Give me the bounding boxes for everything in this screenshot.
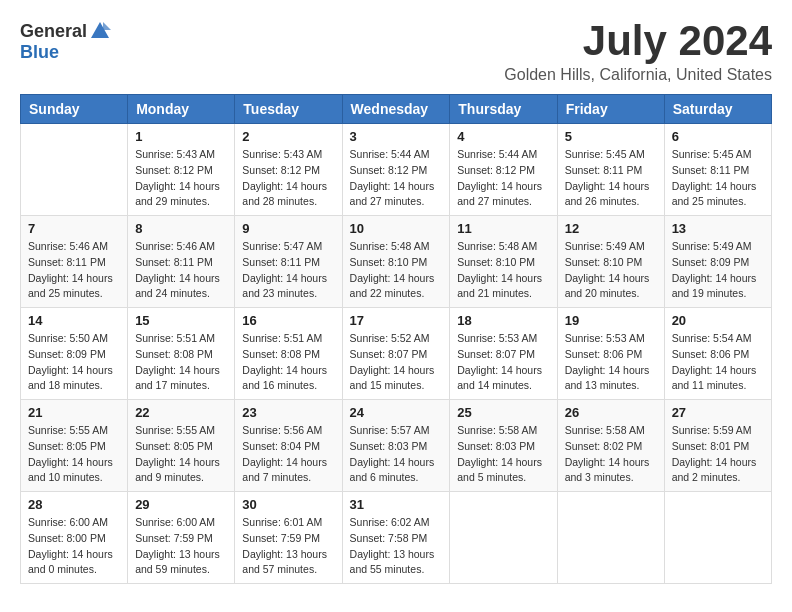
calendar-cell: 7Sunrise: 5:46 AM Sunset: 8:11 PM Daylig… <box>21 216 128 308</box>
column-header-monday: Monday <box>128 95 235 124</box>
calendar-cell: 1Sunrise: 5:43 AM Sunset: 8:12 PM Daylig… <box>128 124 235 216</box>
day-info: Sunrise: 5:52 AM Sunset: 8:07 PM Dayligh… <box>350 331 443 394</box>
day-number: 25 <box>457 405 549 420</box>
day-number: 30 <box>242 497 334 512</box>
day-info: Sunrise: 5:46 AM Sunset: 8:11 PM Dayligh… <box>28 239 120 302</box>
day-info: Sunrise: 5:49 AM Sunset: 8:09 PM Dayligh… <box>672 239 764 302</box>
calendar-week-row: 14Sunrise: 5:50 AM Sunset: 8:09 PM Dayli… <box>21 308 772 400</box>
day-info: Sunrise: 5:44 AM Sunset: 8:12 PM Dayligh… <box>457 147 549 210</box>
day-number: 13 <box>672 221 764 236</box>
day-number: 4 <box>457 129 549 144</box>
day-info: Sunrise: 5:58 AM Sunset: 8:02 PM Dayligh… <box>565 423 657 486</box>
day-number: 2 <box>242 129 334 144</box>
calendar-cell: 27Sunrise: 5:59 AM Sunset: 8:01 PM Dayli… <box>664 400 771 492</box>
calendar-cell: 23Sunrise: 5:56 AM Sunset: 8:04 PM Dayli… <box>235 400 342 492</box>
day-number: 12 <box>565 221 657 236</box>
day-number: 7 <box>28 221 120 236</box>
calendar-cell: 19Sunrise: 5:53 AM Sunset: 8:06 PM Dayli… <box>557 308 664 400</box>
day-info: Sunrise: 5:55 AM Sunset: 8:05 PM Dayligh… <box>135 423 227 486</box>
calendar-cell: 10Sunrise: 5:48 AM Sunset: 8:10 PM Dayli… <box>342 216 450 308</box>
day-number: 11 <box>457 221 549 236</box>
month-title: July 2024 <box>504 20 772 62</box>
day-info: Sunrise: 6:00 AM Sunset: 8:00 PM Dayligh… <box>28 515 120 578</box>
column-header-wednesday: Wednesday <box>342 95 450 124</box>
logo-icon <box>89 20 111 42</box>
day-number: 27 <box>672 405 764 420</box>
calendar-cell: 18Sunrise: 5:53 AM Sunset: 8:07 PM Dayli… <box>450 308 557 400</box>
calendar-cell: 26Sunrise: 5:58 AM Sunset: 8:02 PM Dayli… <box>557 400 664 492</box>
day-number: 17 <box>350 313 443 328</box>
calendar-cell: 29Sunrise: 6:00 AM Sunset: 7:59 PM Dayli… <box>128 492 235 584</box>
day-number: 18 <box>457 313 549 328</box>
day-info: Sunrise: 5:47 AM Sunset: 8:11 PM Dayligh… <box>242 239 334 302</box>
calendar-cell: 16Sunrise: 5:51 AM Sunset: 8:08 PM Dayli… <box>235 308 342 400</box>
calendar-cell: 31Sunrise: 6:02 AM Sunset: 7:58 PM Dayli… <box>342 492 450 584</box>
day-number: 3 <box>350 129 443 144</box>
day-info: Sunrise: 5:53 AM Sunset: 8:06 PM Dayligh… <box>565 331 657 394</box>
day-info: Sunrise: 6:02 AM Sunset: 7:58 PM Dayligh… <box>350 515 443 578</box>
calendar-cell: 11Sunrise: 5:48 AM Sunset: 8:10 PM Dayli… <box>450 216 557 308</box>
column-header-thursday: Thursday <box>450 95 557 124</box>
day-number: 29 <box>135 497 227 512</box>
calendar-cell: 14Sunrise: 5:50 AM Sunset: 8:09 PM Dayli… <box>21 308 128 400</box>
calendar-cell: 24Sunrise: 5:57 AM Sunset: 8:03 PM Dayli… <box>342 400 450 492</box>
day-info: Sunrise: 5:45 AM Sunset: 8:11 PM Dayligh… <box>565 147 657 210</box>
svg-marker-1 <box>103 22 111 30</box>
calendar-cell: 9Sunrise: 5:47 AM Sunset: 8:11 PM Daylig… <box>235 216 342 308</box>
day-info: Sunrise: 5:51 AM Sunset: 8:08 PM Dayligh… <box>135 331 227 394</box>
calendar-cell: 5Sunrise: 5:45 AM Sunset: 8:11 PM Daylig… <box>557 124 664 216</box>
day-number: 10 <box>350 221 443 236</box>
day-number: 6 <box>672 129 764 144</box>
logo: General Blue <box>20 20 111 63</box>
calendar-cell: 6Sunrise: 5:45 AM Sunset: 8:11 PM Daylig… <box>664 124 771 216</box>
day-number: 28 <box>28 497 120 512</box>
day-info: Sunrise: 5:50 AM Sunset: 8:09 PM Dayligh… <box>28 331 120 394</box>
day-number: 23 <box>242 405 334 420</box>
day-number: 19 <box>565 313 657 328</box>
day-number: 1 <box>135 129 227 144</box>
day-info: Sunrise: 5:49 AM Sunset: 8:10 PM Dayligh… <box>565 239 657 302</box>
calendar-header-row: SundayMondayTuesdayWednesdayThursdayFrid… <box>21 95 772 124</box>
calendar-cell: 21Sunrise: 5:55 AM Sunset: 8:05 PM Dayli… <box>21 400 128 492</box>
calendar-cell: 13Sunrise: 5:49 AM Sunset: 8:09 PM Dayli… <box>664 216 771 308</box>
calendar-cell <box>450 492 557 584</box>
calendar-cell: 17Sunrise: 5:52 AM Sunset: 8:07 PM Dayli… <box>342 308 450 400</box>
calendar-cell: 20Sunrise: 5:54 AM Sunset: 8:06 PM Dayli… <box>664 308 771 400</box>
calendar-cell: 30Sunrise: 6:01 AM Sunset: 7:59 PM Dayli… <box>235 492 342 584</box>
calendar-cell: 2Sunrise: 5:43 AM Sunset: 8:12 PM Daylig… <box>235 124 342 216</box>
day-info: Sunrise: 5:56 AM Sunset: 8:04 PM Dayligh… <box>242 423 334 486</box>
day-info: Sunrise: 5:46 AM Sunset: 8:11 PM Dayligh… <box>135 239 227 302</box>
day-number: 15 <box>135 313 227 328</box>
calendar-week-row: 21Sunrise: 5:55 AM Sunset: 8:05 PM Dayli… <box>21 400 772 492</box>
day-info: Sunrise: 5:51 AM Sunset: 8:08 PM Dayligh… <box>242 331 334 394</box>
calendar-cell <box>557 492 664 584</box>
logo-general-text: General <box>20 21 87 42</box>
calendar-cell: 3Sunrise: 5:44 AM Sunset: 8:12 PM Daylig… <box>342 124 450 216</box>
logo-blue-text: Blue <box>20 42 59 63</box>
day-number: 26 <box>565 405 657 420</box>
calendar-cell: 28Sunrise: 6:00 AM Sunset: 8:00 PM Dayli… <box>21 492 128 584</box>
day-info: Sunrise: 5:43 AM Sunset: 8:12 PM Dayligh… <box>135 147 227 210</box>
day-number: 8 <box>135 221 227 236</box>
calendar-cell: 8Sunrise: 5:46 AM Sunset: 8:11 PM Daylig… <box>128 216 235 308</box>
column-header-sunday: Sunday <box>21 95 128 124</box>
day-info: Sunrise: 5:57 AM Sunset: 8:03 PM Dayligh… <box>350 423 443 486</box>
day-info: Sunrise: 5:45 AM Sunset: 8:11 PM Dayligh… <box>672 147 764 210</box>
day-number: 21 <box>28 405 120 420</box>
day-number: 14 <box>28 313 120 328</box>
calendar-week-row: 7Sunrise: 5:46 AM Sunset: 8:11 PM Daylig… <box>21 216 772 308</box>
day-info: Sunrise: 5:58 AM Sunset: 8:03 PM Dayligh… <box>457 423 549 486</box>
day-info: Sunrise: 5:55 AM Sunset: 8:05 PM Dayligh… <box>28 423 120 486</box>
day-info: Sunrise: 5:53 AM Sunset: 8:07 PM Dayligh… <box>457 331 549 394</box>
page-header: General Blue July 2024 Golden Hills, Cal… <box>20 20 772 84</box>
calendar-cell: 25Sunrise: 5:58 AM Sunset: 8:03 PM Dayli… <box>450 400 557 492</box>
column-header-tuesday: Tuesday <box>235 95 342 124</box>
day-info: Sunrise: 6:01 AM Sunset: 7:59 PM Dayligh… <box>242 515 334 578</box>
day-number: 20 <box>672 313 764 328</box>
calendar-week-row: 28Sunrise: 6:00 AM Sunset: 8:00 PM Dayli… <box>21 492 772 584</box>
day-info: Sunrise: 6:00 AM Sunset: 7:59 PM Dayligh… <box>135 515 227 578</box>
day-info: Sunrise: 5:44 AM Sunset: 8:12 PM Dayligh… <box>350 147 443 210</box>
day-number: 9 <box>242 221 334 236</box>
calendar-cell: 15Sunrise: 5:51 AM Sunset: 8:08 PM Dayli… <box>128 308 235 400</box>
calendar-cell <box>21 124 128 216</box>
